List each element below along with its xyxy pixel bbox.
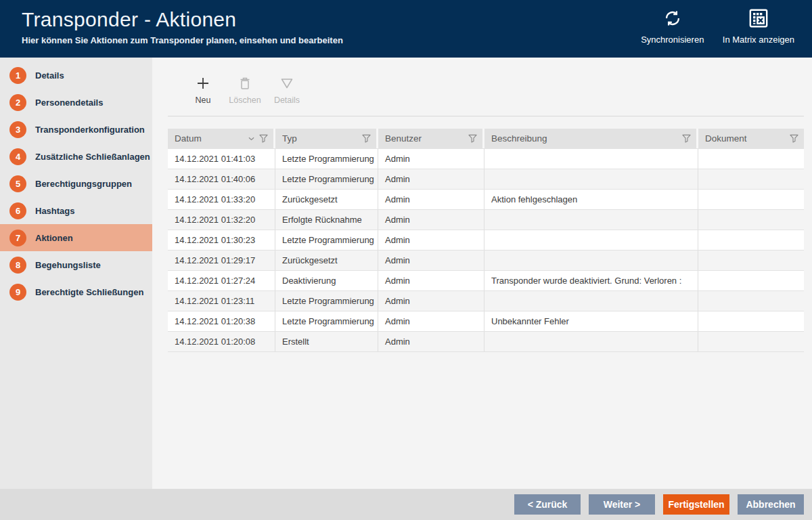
table-cell-dokument: [698, 169, 804, 189]
column-header-label: Typ: [282, 133, 362, 144]
table-cell-typ: Erfolgte Rücknahme: [275, 210, 378, 230]
step-number-badge: 3: [9, 121, 26, 138]
sidebar-item-label: Hashtags: [35, 206, 75, 216]
filter-funnel-icon[interactable]: [362, 134, 371, 143]
matrix-icon: [748, 8, 769, 30]
filter-funnel-icon[interactable]: [259, 134, 268, 143]
column-header-label: Beschreibung: [491, 133, 682, 144]
column-header-benutzer[interactable]: Benutzer: [378, 129, 484, 148]
table-cell-beschreibung: Transponder wurde deaktiviert. Grund: Ve…: [484, 271, 698, 290]
table-row[interactable]: 14.12.2021 01:30:23Letzte Programmierung…: [168, 230, 804, 251]
table-row[interactable]: 14.12.2021 01:29:17ZurückgesetztAdmin: [168, 251, 804, 271]
wizard-sidebar: 1Details2Personendetails3Transponderkonf…: [0, 58, 152, 489]
sidebar-item-label: Details: [35, 70, 64, 81]
actions-table: DatumTypBenutzerBeschreibungDokument 14.…: [168, 129, 804, 352]
filter-triangle-icon: [280, 77, 294, 92]
sidebar-item-personendetails[interactable]: 2Personendetails: [0, 89, 152, 116]
sidebar-item-berechtigte-schlie-ungen[interactable]: 9Berechtigte Schließungen: [0, 278, 152, 305]
table-cell-benutzer: Admin: [378, 332, 484, 351]
sort-chevron-icon: [248, 137, 254, 141]
filter-funnel-icon[interactable]: [682, 134, 691, 143]
table-cell-typ: Letzte Programmierung: [275, 149, 378, 169]
finish-button[interactable]: Fertigstellen: [663, 494, 729, 515]
table-cell-dokument: [698, 230, 804, 250]
header-actions: Synchronisieren In Matrix anzeigen: [640, 0, 812, 45]
sidebar-item-aktionen[interactable]: 7Aktionen: [0, 224, 152, 251]
table-cell-datum: 14.12.2021 01:23:11: [168, 291, 275, 311]
filter-funnel-icon[interactable]: [468, 134, 477, 143]
delete-button-label: Löschen: [229, 95, 261, 105]
table-cell-benutzer: Admin: [378, 190, 484, 209]
sidebar-item-transponderkonfiguration[interactable]: 3Transponderkonfiguration: [0, 116, 152, 143]
step-number-badge: 6: [9, 202, 26, 219]
step-number-badge: 5: [9, 175, 26, 192]
next-button[interactable]: Weiter >: [589, 494, 655, 515]
table-cell-dokument: [698, 251, 804, 270]
table-cell-dokument: [698, 149, 804, 169]
table-cell-datum: 14.12.2021 01:30:23: [168, 230, 275, 250]
table-cell-beschreibung: [484, 210, 698, 230]
new-button[interactable]: Neu: [185, 71, 221, 105]
sidebar-item-zus-tzliche-schlie-anlagen[interactable]: 4Zusätzliche Schließanlagen: [0, 143, 152, 170]
show-in-matrix-label: In Matrix anzeigen: [723, 35, 794, 45]
table-row[interactable]: 14.12.2021 01:27:24DeaktivierungAdminTra…: [168, 271, 804, 291]
table-cell-benutzer: Admin: [378, 230, 484, 250]
table-cell-datum: 14.12.2021 01:32:20: [168, 210, 275, 230]
sidebar-item-berechtigungsgruppen[interactable]: 5Berechtigungsgruppen: [0, 170, 152, 197]
column-header-beschreibung[interactable]: Beschreibung: [484, 129, 698, 148]
table-row[interactable]: 14.12.2021 01:33:20ZurückgesetztAdminAkt…: [168, 190, 804, 210]
step-number-badge: 2: [9, 94, 26, 111]
table-cell-typ: Zurückgesetzt: [275, 251, 378, 270]
sidebar-item-label: Begehungsliste: [35, 260, 101, 270]
sidebar-item-hashtags[interactable]: 6Hashtags: [0, 197, 152, 224]
table-cell-beschreibung: Aktion fehlgeschlagen: [484, 190, 698, 209]
sidebar-item-details[interactable]: 1Details: [0, 62, 152, 89]
sidebar-item-label: Transponderkonfiguration: [35, 125, 145, 135]
column-header-datum[interactable]: Datum: [168, 129, 275, 148]
table-cell-beschreibung: [484, 251, 698, 270]
table-cell-typ: Letzte Programmierung: [275, 230, 378, 250]
sidebar-item-begehungsliste[interactable]: 8Begehungsliste: [0, 251, 152, 278]
table-row[interactable]: 14.12.2021 01:32:20Erfolgte RücknahmeAdm…: [168, 210, 804, 230]
show-in-matrix-button[interactable]: In Matrix anzeigen: [723, 8, 794, 45]
details-button-label: Details: [274, 95, 300, 105]
details-button[interactable]: Details: [269, 71, 304, 105]
table-row[interactable]: 14.12.2021 01:20:38Letzte Programmierung…: [168, 311, 804, 332]
table-row[interactable]: 14.12.2021 01:40:06Letzte Programmierung…: [168, 169, 804, 190]
table-cell-dokument: [698, 291, 804, 311]
column-header-label: Benutzer: [385, 133, 468, 144]
table-cell-beschreibung: [484, 291, 698, 311]
page-title: Transponder - Aktionen: [22, 8, 343, 32]
table-cell-datum: 14.12.2021 01:40:06: [168, 169, 275, 189]
column-header-label: Dokument: [705, 133, 790, 144]
synchronize-label: Synchronisieren: [641, 35, 704, 45]
header-text: Transponder - Aktionen Hier können Sie A…: [0, 0, 343, 45]
step-number-badge: 4: [9, 148, 26, 165]
synchronize-button[interactable]: Synchronisieren: [640, 8, 705, 45]
table-cell-datum: 14.12.2021 01:29:17: [168, 251, 275, 270]
column-header-dokument[interactable]: Dokument: [698, 129, 804, 148]
table-row[interactable]: 14.12.2021 01:41:03Letzte Programmierung…: [168, 148, 804, 169]
sidebar-item-label: Berechtigungsgruppen: [35, 179, 132, 189]
sidebar-item-label: Aktionen: [35, 233, 73, 243]
delete-button[interactable]: Löschen: [227, 71, 263, 105]
table-cell-benutzer: Admin: [378, 271, 484, 290]
step-number-badge: 9: [9, 284, 26, 301]
table-cell-datum: 14.12.2021 01:20:38: [168, 311, 275, 331]
table-cell-datum: 14.12.2021 01:41:03: [168, 149, 275, 169]
table-cell-benutzer: Admin: [378, 149, 484, 169]
table-cell-typ: Deaktivierung: [275, 271, 378, 290]
page-header: Transponder - Aktionen Hier können Sie A…: [0, 0, 812, 58]
table-cell-benutzer: Admin: [378, 291, 484, 311]
trash-icon: [238, 77, 252, 92]
table-cell-dokument: [698, 311, 804, 331]
table-row[interactable]: 14.12.2021 01:20:08ErstelltAdmin: [168, 332, 804, 352]
sidebar-item-label: Zusätzliche Schließanlagen: [35, 152, 150, 162]
table-body: 14.12.2021 01:41:03Letzte Programmierung…: [168, 148, 804, 352]
table-row[interactable]: 14.12.2021 01:23:11Letzte Programmierung…: [168, 291, 804, 311]
table-cell-benutzer: Admin: [378, 210, 484, 230]
back-button[interactable]: < Zurück: [514, 494, 581, 515]
cancel-button[interactable]: Abbrechen: [738, 494, 804, 515]
filter-funnel-icon[interactable]: [790, 134, 798, 143]
column-header-typ[interactable]: Typ: [275, 129, 378, 148]
